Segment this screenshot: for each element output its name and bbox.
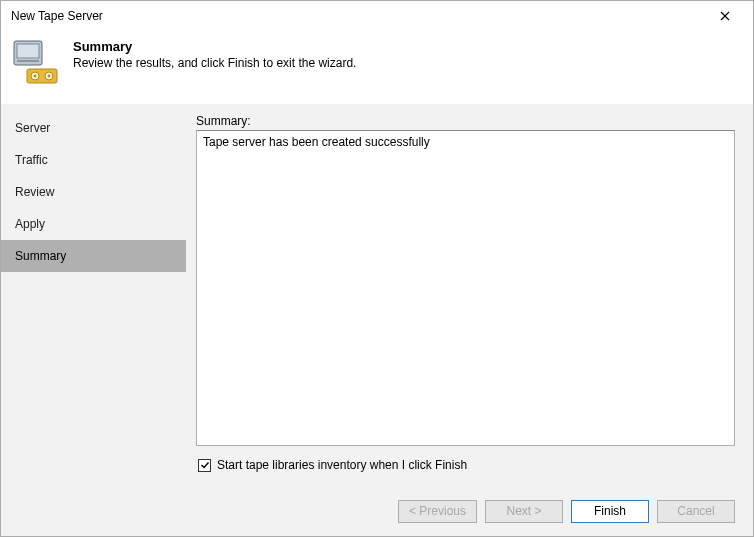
inventory-checkbox-label: Start tape libraries inventory when I cl… (217, 458, 467, 472)
summary-text: Tape server has been created successfull… (203, 135, 430, 149)
sidebar-step-traffic[interactable]: Traffic (1, 144, 186, 176)
previous-button: < Previous (398, 500, 477, 523)
wizard-window: New Tape Server Summary Review the resul… (0, 0, 754, 537)
inventory-checkbox-row[interactable]: Start tape libraries inventory when I cl… (196, 446, 735, 476)
close-icon (720, 11, 730, 21)
svg-point-6 (34, 75, 37, 78)
summary-label: Summary: (196, 114, 735, 128)
next-button: Next > (485, 500, 563, 523)
svg-rect-2 (17, 60, 39, 62)
cancel-button: Cancel (657, 500, 735, 523)
header-description: Review the results, and click Finish to … (73, 56, 356, 70)
window-title: New Tape Server (11, 9, 103, 23)
sidebar-step-summary[interactable]: Summary (1, 240, 186, 272)
close-button[interactable] (705, 2, 745, 30)
svg-point-7 (48, 75, 51, 78)
step-sidebar: Server Traffic Review Apply Summary (1, 104, 186, 486)
header-text: Summary Review the results, and click Fi… (73, 39, 356, 70)
sidebar-step-server[interactable]: Server (1, 112, 186, 144)
sidebar-step-review[interactable]: Review (1, 176, 186, 208)
summary-textbox[interactable]: Tape server has been created successfull… (196, 130, 735, 446)
sidebar-step-apply[interactable]: Apply (1, 208, 186, 240)
svg-rect-1 (17, 44, 39, 58)
titlebar: New Tape Server (1, 1, 753, 31)
wizard-header: Summary Review the results, and click Fi… (1, 31, 753, 103)
wizard-body: Server Traffic Review Apply Summary Summ… (1, 103, 753, 486)
tape-server-icon (13, 39, 59, 85)
wizard-footer: < Previous Next > Finish Cancel (1, 486, 753, 536)
finish-button[interactable]: Finish (571, 500, 649, 523)
main-panel: Summary: Tape server has been created su… (186, 104, 753, 486)
inventory-checkbox[interactable] (198, 459, 211, 472)
check-icon (200, 460, 210, 470)
header-title: Summary (73, 39, 356, 54)
